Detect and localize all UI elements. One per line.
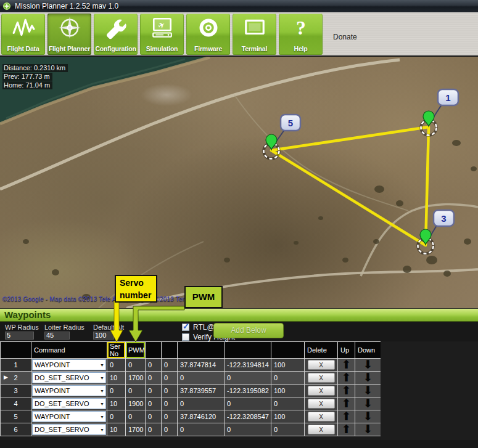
move-up-button[interactable]: ⬆: [338, 423, 355, 436]
move-down-button[interactable]: ⬇: [355, 410, 381, 423]
command-dropdown[interactable]: WAYPOINT▼: [32, 359, 106, 370]
param-cell[interactable]: 0: [162, 423, 178, 436]
waveform-icon: [12, 16, 35, 39]
row-header[interactable]: 4: [1, 397, 31, 410]
param-cell[interactable]: 100: [271, 385, 305, 397]
param-cell[interactable]: 0: [162, 359, 178, 372]
column-header-blank: [271, 342, 305, 359]
row-header[interactable]: 5: [1, 410, 31, 423]
delete-row-button[interactable]: X: [308, 373, 335, 383]
delete-row-button[interactable]: X: [308, 360, 335, 370]
param-cell[interactable]: 0: [146, 410, 162, 423]
checkbox[interactable]: ✓: [182, 324, 189, 331]
delete-row-button[interactable]: X: [308, 386, 335, 396]
param-cell[interactable]: 10: [107, 372, 126, 385]
command-dropdown[interactable]: WAYPOINT▼: [32, 411, 106, 422]
command-dropdown[interactable]: WAYPOINT▼: [32, 385, 106, 396]
param-cell[interactable]: 0: [107, 410, 126, 423]
move-up-button[interactable]: ⬆: [338, 372, 355, 385]
command-dropdown[interactable]: DO_SET_SERVO▼: [32, 372, 106, 383]
waypoint-marker[interactable]: 5: [264, 115, 301, 159]
field-input[interactable]: 100: [93, 332, 114, 340]
param-cell[interactable]: 37.8746120: [178, 410, 225, 423]
param-cell[interactable]: 0: [271, 372, 305, 385]
param-cell[interactable]: 0: [107, 359, 126, 372]
param-cell[interactable]: 0: [178, 372, 225, 385]
toolbar-button-firmware[interactable]: Firmware: [186, 14, 230, 55]
svg-text:?: ?: [296, 17, 306, 39]
param-cell[interactable]: 0: [146, 423, 162, 436]
command-dropdown[interactable]: DO_SET_SERVO▼: [32, 398, 106, 409]
param-cell[interactable]: 0: [271, 397, 305, 410]
move-up-button[interactable]: ⬆: [338, 359, 355, 372]
toolbar-button-terminal[interactable]: Terminal: [233, 14, 276, 55]
move-down-button[interactable]: ⬇: [355, 359, 381, 372]
toolbar-button-configuration[interactable]: Configuration: [94, 14, 138, 55]
toolbar-button-flight-data[interactable]: Flight Data: [1, 14, 45, 55]
param-cell[interactable]: 0: [162, 397, 178, 410]
param-cell[interactable]: 0: [146, 385, 162, 397]
param-cell[interactable]: 10: [107, 397, 126, 410]
toolbar-button-flight-planner[interactable]: Flight Planner: [47, 14, 91, 55]
param-cell[interactable]: -122.3208547: [225, 410, 271, 423]
checkbox[interactable]: [182, 333, 189, 341]
param-cell[interactable]: 0: [126, 385, 146, 397]
row-header[interactable]: 6: [1, 423, 31, 436]
compass-icon: [58, 16, 81, 39]
waypoint-label[interactable]: 1: [438, 89, 458, 105]
row-header[interactable]: ▶2: [1, 372, 31, 385]
param-cell[interactable]: 1700: [126, 423, 146, 436]
param-cell[interactable]: 0: [162, 385, 178, 397]
row-header[interactable]: 3: [1, 385, 31, 397]
param-cell[interactable]: 0: [146, 359, 162, 372]
param-cell[interactable]: 10: [107, 423, 126, 436]
param-cell[interactable]: 0: [162, 410, 178, 423]
move-up-button[interactable]: ⬆: [338, 397, 355, 410]
donate-link[interactable]: Donate: [333, 33, 357, 41]
move-down-button[interactable]: ⬇: [355, 397, 381, 410]
delete-row-button[interactable]: X: [308, 412, 335, 422]
param-cell[interactable]: 0: [162, 372, 178, 385]
toolbar-button-help[interactable]: ? Help: [279, 14, 323, 55]
move-down-button[interactable]: ⬇: [355, 385, 381, 397]
field-input[interactable]: 45: [44, 332, 70, 340]
param-cell[interactable]: 1900: [126, 397, 146, 410]
move-down-button[interactable]: ⬇: [355, 372, 381, 385]
param-cell[interactable]: 100: [271, 359, 305, 372]
add-below-button[interactable]: Add Below: [213, 323, 284, 338]
param-cell[interactable]: -122.3194814: [225, 359, 271, 372]
param-cell[interactable]: 37.8739557: [178, 385, 225, 397]
param-cell[interactable]: 0: [126, 359, 146, 372]
field-label: Default Alt: [93, 324, 124, 331]
param-cell[interactable]: 0: [178, 397, 225, 410]
delete-row-button[interactable]: X: [308, 399, 335, 409]
param-cell[interactable]: 0: [146, 372, 162, 385]
param-cell[interactable]: 100: [271, 410, 305, 423]
param-cell[interactable]: 0: [126, 410, 146, 423]
param-cell[interactable]: 0: [225, 372, 271, 385]
param-cell[interactable]: 0: [146, 397, 162, 410]
move-up-button[interactable]: ⬆: [338, 385, 355, 397]
param-cell[interactable]: 0: [271, 423, 305, 436]
move-down-button[interactable]: ⬇: [355, 423, 381, 436]
param-cell[interactable]: 0: [178, 423, 225, 436]
waypoints-table: CommandSer NoPWMDeleteUpDown 1WAYPOINT▼0…: [0, 341, 381, 436]
param-cell[interactable]: 0: [225, 423, 271, 436]
waypoint-label[interactable]: 3: [434, 210, 454, 226]
param-cell[interactable]: 0: [107, 385, 126, 397]
field-input[interactable]: 5: [5, 332, 34, 340]
toolbar-button-simulation[interactable]: ✈ Simulation: [140, 14, 184, 55]
move-up-button[interactable]: ⬆: [338, 410, 355, 423]
selected-row-icon: ▶: [4, 374, 8, 380]
delete-row-button[interactable]: X: [308, 425, 335, 434]
param-cell[interactable]: -122.3195082: [225, 385, 271, 397]
waypoint-marker[interactable]: 3: [418, 210, 455, 254]
column-header-pwm: PWM: [126, 342, 146, 359]
command-dropdown[interactable]: DO_SET_SERVO▼: [32, 424, 106, 435]
map-view[interactable]: 1 5 3: [0, 57, 478, 308]
waypoint-label[interactable]: 5: [281, 115, 300, 131]
param-cell[interactable]: 1700: [126, 372, 146, 385]
row-header[interactable]: 1: [1, 359, 31, 372]
param-cell[interactable]: 0: [225, 397, 271, 410]
param-cell[interactable]: 37.8747814: [178, 359, 225, 372]
